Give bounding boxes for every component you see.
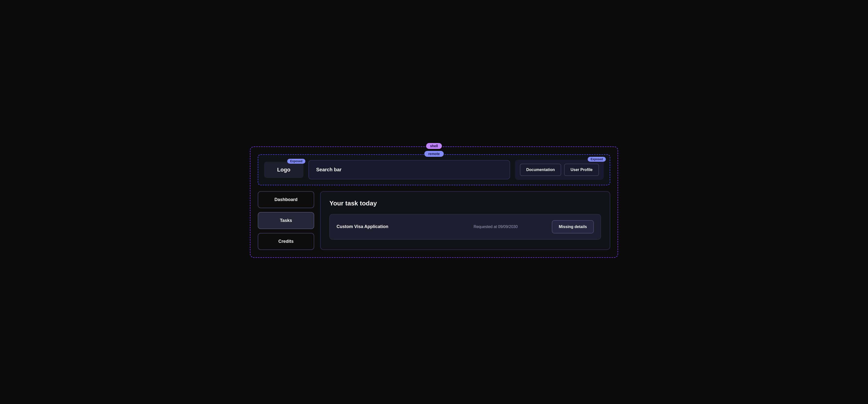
sidebar-item-tasks[interactable]: Tasks	[258, 212, 314, 229]
sidebar-item-credits[interactable]: Credits	[258, 233, 314, 250]
shell-container: shell remote Exposed Logo Search bar Exp…	[250, 146, 618, 258]
user-profile-button[interactable]: User Profile	[564, 164, 599, 176]
nav-buttons-container: Exposed Documentation User Profile	[515, 160, 604, 180]
search-bar[interactable]: Search bar	[308, 160, 510, 179]
task-date: Requested at 09/09/2030	[444, 225, 547, 229]
main-content: Dashboard Tasks Credits Your task today …	[258, 191, 610, 250]
logo-text: Logo	[277, 167, 290, 173]
task-name: Custom Visa Application	[337, 224, 439, 229]
search-bar-label: Search bar	[316, 167, 341, 173]
exposed-badge-logo: Exposed	[287, 159, 305, 164]
task-card: Custom Visa Application Requested at 09/…	[330, 214, 601, 239]
documentation-button[interactable]: Documentation	[520, 164, 561, 176]
remote-container: remote Exposed Logo Search bar Exposed D…	[258, 154, 610, 185]
sidebar: Dashboard Tasks Credits	[258, 191, 314, 250]
sidebar-item-dashboard[interactable]: Dashboard	[258, 191, 314, 208]
content-area: Your task today Custom Visa Application …	[320, 191, 610, 250]
shell-label: shell	[426, 143, 442, 149]
content-title: Your task today	[330, 200, 601, 207]
exposed-badge-nav: Exposed	[588, 157, 606, 162]
logo-block: Exposed Logo	[264, 162, 303, 178]
task-status-button[interactable]: Missing details	[552, 220, 594, 233]
remote-label: remote	[425, 151, 444, 157]
